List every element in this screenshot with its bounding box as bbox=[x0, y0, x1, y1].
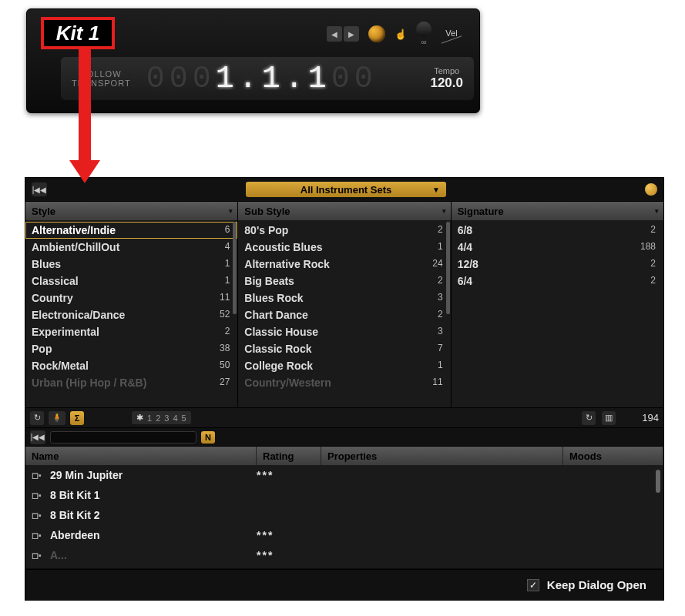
category-label: Big Beats bbox=[244, 275, 294, 287]
result-name: A... bbox=[50, 549, 67, 561]
category-row[interactable]: 4/4188 bbox=[452, 239, 663, 256]
result-name: 8 Bit Kit 2 bbox=[50, 509, 100, 521]
category-label: Country/Western bbox=[244, 377, 331, 389]
category-row[interactable]: 12/82 bbox=[452, 256, 663, 273]
category-row[interactable]: Blues1 bbox=[25, 256, 237, 273]
category-columns: Style ▾ Alternative/Indie6Ambient/ChillO… bbox=[25, 201, 663, 407]
reload-button[interactable]: ↻ bbox=[582, 411, 596, 425]
star-pager[interactable]: ✱ 1 2 3 4 5 bbox=[132, 411, 191, 424]
category-row[interactable]: Chart Dance2 bbox=[238, 306, 450, 323]
category-row[interactable]: Blues Rock3 bbox=[238, 290, 450, 306]
rewind-button[interactable]: |◀◀ bbox=[32, 182, 47, 196]
person-button[interactable]: 🧍 bbox=[49, 411, 65, 425]
signature-column: Signature ▾ 6/824/418812/826/42 bbox=[452, 202, 663, 407]
category-label: Alternative Rock bbox=[244, 258, 329, 270]
transport-controls: ◀ ▶ ☝ ∞ Vel bbox=[327, 22, 462, 46]
result-name: 8 Bit Kit 1 bbox=[50, 489, 100, 501]
page-3[interactable]: 3 bbox=[164, 413, 169, 423]
result-row[interactable]: ◻▪8 Bit Kit 1 bbox=[25, 485, 663, 505]
category-row[interactable]: Pop38 bbox=[25, 340, 237, 357]
n-button[interactable]: N bbox=[201, 431, 215, 444]
page-2[interactable]: 2 bbox=[156, 413, 160, 423]
refresh-button[interactable]: ↻ bbox=[30, 411, 44, 425]
tempo-display[interactable]: Tempo 120.0 bbox=[430, 66, 463, 91]
col-name[interactable]: Name bbox=[25, 447, 257, 465]
col-properties[interactable]: Properties bbox=[321, 447, 563, 465]
result-name: 29 Min Jupiter bbox=[50, 469, 123, 481]
page-5[interactable]: 5 bbox=[182, 413, 186, 423]
col-rating[interactable]: Rating bbox=[257, 447, 321, 465]
instrument-sets-dropdown[interactable]: All Instrument Sets ▼ bbox=[246, 182, 446, 197]
category-row[interactable]: Alternative Rock24 bbox=[238, 256, 450, 273]
category-row[interactable]: Urban (Hip Hop / R&B)27 bbox=[25, 374, 237, 391]
substyle-column: Sub Style ▾ 80's Pop2Acoustic Blues1Alte… bbox=[238, 202, 451, 407]
signature-header[interactable]: Signature ▾ bbox=[452, 202, 663, 220]
result-rating: *** bbox=[257, 469, 321, 481]
col-moods[interactable]: Moods bbox=[563, 447, 663, 465]
result-row[interactable]: ◻▪29 Min Jupiter*** bbox=[25, 465, 663, 485]
category-row[interactable]: Country11 bbox=[25, 290, 237, 306]
columns-button[interactable]: ▥ bbox=[602, 411, 616, 425]
category-count: 27 bbox=[220, 377, 230, 389]
next-button[interactable]: ▶ bbox=[344, 26, 359, 42]
category-label: Classic Rock bbox=[244, 343, 311, 355]
category-row[interactable]: Electronica/Dance52 bbox=[25, 306, 237, 323]
category-count: 7 bbox=[438, 343, 443, 355]
hand-icon[interactable]: ☝ bbox=[395, 28, 407, 40]
category-row[interactable]: Classic House3 bbox=[238, 323, 450, 340]
scrollbar[interactable] bbox=[233, 222, 237, 314]
style-header[interactable]: Style ▾ bbox=[25, 202, 237, 220]
search-strip: |◀◀ N bbox=[25, 427, 663, 446]
result-row[interactable]: ◻▪Aberdeen*** bbox=[25, 525, 663, 545]
vel-label: Vel bbox=[445, 28, 457, 38]
category-row[interactable]: Alternative/Indie6 bbox=[25, 222, 237, 239]
keep-dialog-checkbox[interactable]: ✓ bbox=[527, 579, 539, 591]
result-rating: *** bbox=[257, 549, 321, 561]
category-label: 4/4 bbox=[458, 241, 472, 253]
kit-name-highlight[interactable]: Kit 1 bbox=[41, 17, 115, 49]
category-row[interactable]: 80's Pop2 bbox=[238, 222, 450, 239]
results-scrollbar[interactable] bbox=[656, 470, 660, 493]
category-row[interactable]: Big Beats2 bbox=[238, 273, 450, 290]
category-count: 1 bbox=[225, 275, 230, 287]
category-label: Classical bbox=[32, 275, 79, 287]
velocity-knob[interactable] bbox=[416, 22, 431, 37]
category-label: Country bbox=[32, 292, 73, 304]
category-count: 2 bbox=[438, 309, 443, 321]
category-label: Rock/Metal bbox=[32, 360, 89, 372]
style-column: Style ▾ Alternative/Indie6Ambient/ChillO… bbox=[25, 202, 238, 407]
category-count: 50 bbox=[220, 360, 230, 372]
category-row[interactable]: Acoustic Blues1 bbox=[238, 239, 450, 256]
category-row[interactable]: Classical1 bbox=[25, 273, 237, 290]
results-table: Name Rating Properties Moods ◻▪29 Min Ju… bbox=[25, 446, 663, 576]
result-row[interactable]: ◻▪A...*** bbox=[25, 545, 663, 565]
substyle-header[interactable]: Sub Style ▾ bbox=[238, 202, 450, 220]
result-row[interactable]: ◻▪8 Bit Kit 2 bbox=[25, 505, 663, 525]
prev-button[interactable]: ◀ bbox=[327, 26, 342, 42]
category-row[interactable]: 6/82 bbox=[452, 222, 663, 239]
play-knob[interactable] bbox=[368, 25, 385, 42]
rewind-button-2[interactable]: |◀◀ bbox=[30, 430, 45, 444]
page-1[interactable]: 1 bbox=[147, 413, 152, 423]
category-row[interactable]: 6/42 bbox=[452, 273, 663, 290]
scrollbar[interactable] bbox=[446, 222, 450, 314]
category-row[interactable]: Country/Western11 bbox=[238, 374, 450, 391]
tempo-value: 120.0 bbox=[430, 75, 463, 91]
search-input[interactable] bbox=[50, 431, 196, 444]
sigma-button[interactable]: Σ bbox=[70, 411, 84, 425]
category-row[interactable]: Rock/Metal50 bbox=[25, 357, 237, 374]
category-label: 80's Pop bbox=[244, 224, 288, 236]
category-count: 24 bbox=[432, 258, 442, 270]
amber-indicator[interactable] bbox=[645, 183, 657, 196]
category-count: 2 bbox=[438, 275, 443, 287]
category-count: 2 bbox=[650, 224, 656, 236]
position-display[interactable]: 000 1.1.1 00 bbox=[146, 62, 378, 96]
category-row[interactable]: College Rock1 bbox=[238, 357, 450, 374]
position-dim-suffix: 00 bbox=[331, 62, 378, 96]
category-label: Chart Dance bbox=[244, 309, 307, 321]
star-icon: ✱ bbox=[136, 413, 143, 423]
category-row[interactable]: Classic Rock7 bbox=[238, 340, 450, 357]
category-row[interactable]: Experimental2 bbox=[25, 323, 237, 340]
page-4[interactable]: 4 bbox=[173, 413, 177, 423]
category-row[interactable]: Ambient/ChillOut4 bbox=[25, 239, 237, 256]
